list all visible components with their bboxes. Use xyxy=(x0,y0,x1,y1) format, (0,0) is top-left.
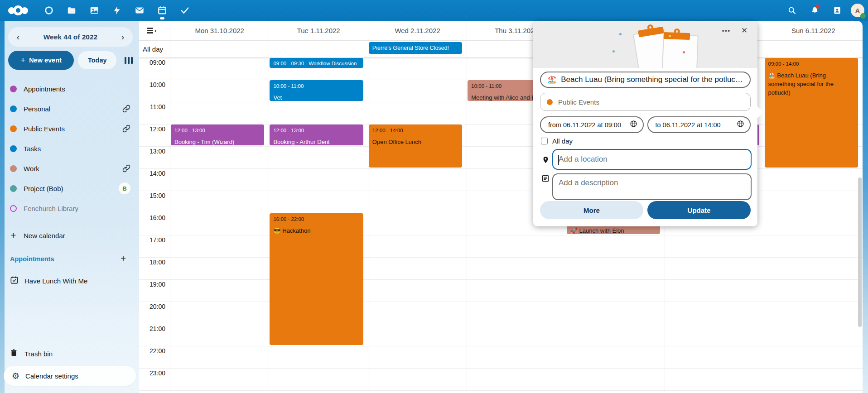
start-datetime-picker[interactable]: from 06.11.2022 at 09:00 xyxy=(540,116,644,133)
calendar-app-icon[interactable] xyxy=(153,0,171,21)
timezone-globe-icon[interactable] xyxy=(630,120,637,129)
sidebar-calendar-appointments[interactable]: Appointments xyxy=(5,79,136,99)
appointment-config-item[interactable]: Have Lunch With Me xyxy=(5,271,136,291)
hour-label: 13:00 xyxy=(149,148,165,155)
share-link-icon[interactable] xyxy=(122,164,130,173)
more-button[interactable]: More xyxy=(540,201,643,219)
files-app-icon[interactable] xyxy=(63,0,81,21)
plus-icon: + xyxy=(21,56,26,65)
description-input[interactable] xyxy=(553,174,751,199)
tasks-app-icon[interactable] xyxy=(176,0,194,21)
share-link-icon[interactable] xyxy=(122,105,130,113)
hour-label: 22:00 xyxy=(149,347,165,355)
hour-label: 10:00 xyxy=(149,81,165,88)
sidebar-calendar-fenchurch-library[interactable]: Fenchurch Library xyxy=(5,198,136,218)
add-appointment-config-button[interactable]: + xyxy=(121,254,132,264)
all-day-cell-0[interactable] xyxy=(170,41,269,58)
sidebar-calendar-project-bob-[interactable]: Project (Bob)B xyxy=(5,178,136,198)
trash-icon xyxy=(10,349,18,359)
calendar-event[interactable]: 09:00 - 14:00🏖️ Beach Luau (Bring someth… xyxy=(765,58,858,168)
event-time: 12:00 - 14:00 xyxy=(372,127,458,134)
location-pin-icon xyxy=(539,154,552,164)
day-header-2[interactable]: Wed 2.11.2022 xyxy=(368,21,467,40)
calendar-event[interactable]: 16:00 - 22:00😎 Hackathon xyxy=(270,213,363,345)
contacts-menu-icon[interactable] xyxy=(828,0,846,21)
new-event-button[interactable]: + New event xyxy=(8,51,74,70)
calendar-event[interactable]: 10:00 - 11:00Vet xyxy=(270,80,363,101)
next-week-button[interactable]: › xyxy=(113,32,133,42)
mail-app-icon[interactable] xyxy=(130,0,149,21)
calendar-name: Work xyxy=(24,165,122,173)
event-title: Vet xyxy=(273,93,359,101)
calendar-name: Fenchurch Library xyxy=(24,205,130,212)
calendar-name: Public Events xyxy=(24,125,122,133)
activity-app-icon[interactable] xyxy=(108,0,126,21)
sidebar-calendar-public-events[interactable]: Public Events xyxy=(5,119,136,139)
calendar-picker[interactable]: Public Events xyxy=(540,93,751,111)
trash-bin-item[interactable]: Trash bin xyxy=(5,344,136,364)
update-button[interactable]: Update xyxy=(647,201,751,219)
top-bar-right: A xyxy=(783,0,864,21)
calendar-event[interactable]: 12:00 - 13:00Booking - Arthur Dent xyxy=(270,125,363,145)
day-column-1[interactable]: 09:00 - 09:30 - Workflow Discussion10:00… xyxy=(269,58,367,393)
event-title-value: Beach Luau (Bring something special for … xyxy=(561,75,743,84)
user-avatar[interactable]: A xyxy=(851,4,864,17)
hour-label: 11:00 xyxy=(150,103,165,110)
sidebar-calendar-tasks[interactable]: Tasks xyxy=(5,139,136,158)
event-editor-popup: + ••• ✕ 🏖️ Beach Luau (Bring something s… xyxy=(533,21,757,226)
day-column-6[interactable]: 09:00 - 14:00🏖️ Beach Luau (Bring someth… xyxy=(764,58,863,393)
hour-label: 16:00 xyxy=(149,214,165,221)
previous-week-button[interactable]: ‹ xyxy=(8,32,28,42)
today-button[interactable]: Today xyxy=(78,51,116,69)
active-app-indicator xyxy=(160,17,164,19)
all-day-checkbox[interactable] xyxy=(541,138,548,144)
nextcloud-logo[interactable] xyxy=(8,0,28,21)
hour-label: 20:00 xyxy=(149,303,165,310)
sidebar-calendar-personal[interactable]: Personal xyxy=(5,99,136,119)
location-row xyxy=(539,149,752,170)
calendar-event[interactable]: 12:00 - 14:00Open Office Lunch xyxy=(369,125,462,168)
notifications-bell-icon[interactable] xyxy=(805,0,824,21)
end-datetime-picker[interactable]: to 06.11.2022 at 14:00 xyxy=(647,116,751,133)
contacts-app-icon[interactable] xyxy=(40,0,58,21)
calendar-settings-button[interactable]: ⚙ Calendar settings xyxy=(4,366,136,386)
event-time: 09:00 - 14:00 xyxy=(768,60,854,68)
calendar-color-dot xyxy=(10,86,17,92)
event-title: 🏖️ Beach Luau (Bring something special f… xyxy=(768,71,854,97)
all-day-cell-1[interactable] xyxy=(269,41,367,58)
week-label[interactable]: Week 44 of 2022 xyxy=(28,33,113,41)
calendar-event[interactable]: 09:00 - 09:30 - Workflow Discussion xyxy=(270,58,363,68)
timezone-globe-icon[interactable] xyxy=(737,120,744,129)
location-input[interactable] xyxy=(553,150,751,169)
section-title: Appointments xyxy=(10,255,121,263)
nextcloud-calendar-app: A ‹ Week 44 of 2022 › + New event Today … xyxy=(0,0,868,393)
all-day-cell-2[interactable]: Pierre's General Store Closed! xyxy=(368,41,467,58)
day-column-2[interactable]: 12:00 - 14:00Open Office Lunch xyxy=(368,58,467,393)
event-title: 🚀 Launch with Elon xyxy=(570,226,656,234)
share-link-icon[interactable] xyxy=(122,125,130,133)
search-icon[interactable] xyxy=(783,0,801,21)
all-day-checkbox-row[interactable]: All day xyxy=(541,137,573,145)
calendar-settings-label: Calendar settings xyxy=(25,372,78,380)
close-icon[interactable]: ✕ xyxy=(738,26,751,38)
day-header-1[interactable]: Tue 1.11.2022 xyxy=(269,21,367,40)
event-title: Booking - Arthur Dent xyxy=(273,138,359,145)
all-day-checkbox-label: All day xyxy=(552,137,573,145)
photos-app-icon[interactable] xyxy=(85,0,103,21)
calendar-name: Personal xyxy=(24,105,122,113)
view-columns-icon[interactable] xyxy=(125,57,133,64)
event-title-input[interactable]: 🏖️ Beach Luau (Bring something special f… xyxy=(540,72,751,88)
all-day-cell-6[interactable] xyxy=(764,41,863,58)
day-column-0[interactable]: 12:00 - 13:00Booking - Tim (Wizard) xyxy=(170,58,269,393)
vertical-scrollbar[interactable] xyxy=(858,177,862,327)
day-header-0[interactable]: Mon 31.10.2022 xyxy=(170,21,269,40)
popup-more-actions-icon[interactable]: ••• xyxy=(719,27,733,38)
calendar-event[interactable]: 12:00 - 13:00Booking - Tim (Wizard) xyxy=(171,125,264,145)
sidebar-calendar-work[interactable]: Work xyxy=(5,158,136,178)
all-day-event[interactable]: Pierre's General Store Closed! xyxy=(369,42,462,54)
new-calendar-button[interactable]: +New calendar xyxy=(5,225,136,245)
app-icons xyxy=(40,0,194,21)
event-title: Booking - Tim (Wizard) xyxy=(174,138,260,145)
event-time: 12:00 - 13:00 xyxy=(174,127,260,134)
day-header-6[interactable]: Sun 6.11.2022 xyxy=(764,21,863,40)
